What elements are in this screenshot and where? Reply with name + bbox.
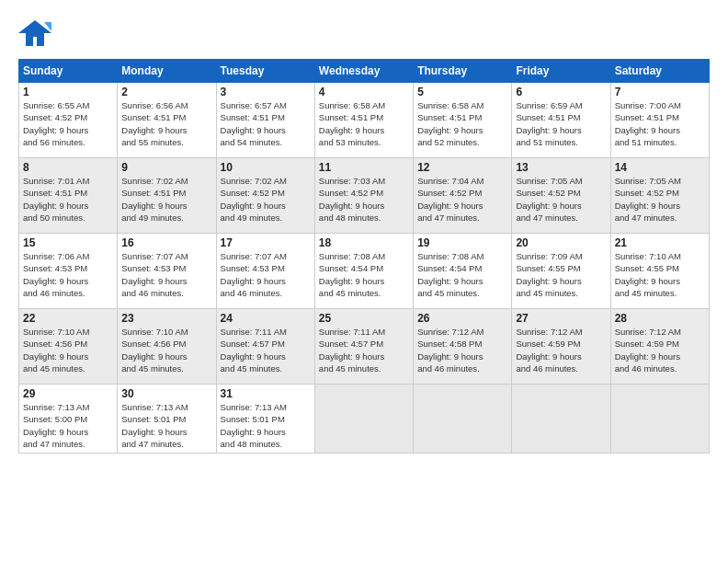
- day-cell: 24Sunrise: 7:11 AMSunset: 4:57 PMDayligh…: [216, 309, 314, 385]
- day-info: Sunrise: 7:05 AMSunset: 4:52 PMDaylight:…: [615, 175, 705, 224]
- day-cell: [414, 385, 512, 454]
- day-cell: 3Sunrise: 6:57 AMSunset: 4:51 PMDaylight…: [216, 83, 314, 158]
- day-number: 7: [615, 86, 705, 98]
- calendar: SundayMondayTuesdayWednesdayThursdayFrid…: [18, 59, 710, 454]
- day-cell: 6Sunrise: 6:59 AMSunset: 4:51 PMDaylight…: [512, 83, 610, 158]
- day-cell: 14Sunrise: 7:05 AMSunset: 4:52 PMDayligh…: [610, 158, 709, 234]
- day-cell: 7Sunrise: 7:00 AMSunset: 4:51 PMDaylight…: [610, 83, 709, 158]
- day-info: Sunrise: 7:01 AMSunset: 4:51 PMDaylight:…: [23, 175, 113, 224]
- day-cell: 15Sunrise: 7:06 AMSunset: 4:53 PMDayligh…: [19, 234, 118, 309]
- day-info: Sunrise: 6:57 AMSunset: 4:51 PMDaylight:…: [221, 99, 311, 148]
- weekday-header-thursday: Thursday: [414, 60, 512, 83]
- day-cell: 23Sunrise: 7:10 AMSunset: 4:56 PMDayligh…: [118, 309, 216, 385]
- day-info: Sunrise: 7:10 AMSunset: 4:55 PMDaylight:…: [615, 250, 705, 299]
- day-cell: 21Sunrise: 7:10 AMSunset: 4:55 PMDayligh…: [610, 234, 709, 309]
- day-info: Sunrise: 7:11 AMSunset: 4:57 PMDaylight:…: [221, 326, 311, 374]
- day-cell: 9Sunrise: 7:02 AMSunset: 4:51 PMDaylight…: [118, 158, 216, 234]
- day-number: 28: [615, 312, 705, 325]
- day-cell: 17Sunrise: 7:07 AMSunset: 4:53 PMDayligh…: [216, 234, 314, 309]
- day-info: Sunrise: 7:02 AMSunset: 4:52 PMDaylight:…: [221, 175, 311, 224]
- day-number: 31: [221, 387, 311, 400]
- day-cell: 12Sunrise: 7:04 AMSunset: 4:52 PMDayligh…: [414, 158, 512, 234]
- day-cell: 29Sunrise: 7:13 AMSunset: 5:00 PMDayligh…: [19, 385, 118, 454]
- day-info: Sunrise: 6:58 AMSunset: 4:51 PMDaylight:…: [417, 99, 507, 148]
- day-info: Sunrise: 7:07 AMSunset: 4:53 PMDaylight:…: [221, 250, 311, 299]
- day-number: 4: [319, 86, 409, 98]
- logo-icon: [18, 17, 51, 50]
- day-info: Sunrise: 7:04 AMSunset: 4:52 PMDaylight:…: [417, 175, 507, 224]
- week-row-2: 8Sunrise: 7:01 AMSunset: 4:51 PMDaylight…: [19, 158, 710, 234]
- day-number: 3: [221, 86, 311, 98]
- day-info: Sunrise: 6:59 AMSunset: 4:51 PMDaylight:…: [516, 99, 606, 148]
- day-info: Sunrise: 6:56 AMSunset: 4:51 PMDaylight:…: [121, 99, 211, 148]
- day-number: 24: [221, 312, 311, 325]
- day-info: Sunrise: 7:12 AMSunset: 4:59 PMDaylight:…: [516, 326, 606, 374]
- day-number: 5: [417, 86, 507, 98]
- day-number: 8: [23, 161, 113, 174]
- day-cell: 13Sunrise: 7:05 AMSunset: 4:52 PMDayligh…: [512, 158, 610, 234]
- day-cell: 31Sunrise: 7:13 AMSunset: 5:01 PMDayligh…: [216, 385, 314, 454]
- day-info: Sunrise: 7:00 AMSunset: 4:51 PMDaylight:…: [615, 99, 705, 148]
- day-info: Sunrise: 7:07 AMSunset: 4:53 PMDaylight:…: [121, 250, 211, 299]
- page-container: SundayMondayTuesdayWednesdayThursdayFrid…: [0, 0, 728, 463]
- day-info: Sunrise: 7:13 AMSunset: 5:01 PMDaylight:…: [121, 401, 211, 450]
- day-number: 20: [516, 236, 606, 249]
- weekday-header-sunday: Sunday: [19, 60, 118, 83]
- day-info: Sunrise: 7:09 AMSunset: 4:55 PMDaylight:…: [516, 250, 606, 299]
- day-cell: 10Sunrise: 7:02 AMSunset: 4:52 PMDayligh…: [216, 158, 314, 234]
- day-cell: 5Sunrise: 6:58 AMSunset: 4:51 PMDaylight…: [414, 83, 512, 158]
- day-cell: 28Sunrise: 7:12 AMSunset: 4:59 PMDayligh…: [610, 309, 709, 385]
- day-info: Sunrise: 6:58 AMSunset: 4:51 PMDaylight:…: [319, 99, 409, 148]
- day-number: 29: [23, 387, 113, 400]
- header: [18, 17, 710, 50]
- day-cell: 8Sunrise: 7:01 AMSunset: 4:51 PMDaylight…: [19, 158, 118, 234]
- day-info: Sunrise: 7:05 AMSunset: 4:52 PMDaylight:…: [516, 175, 606, 224]
- day-info: Sunrise: 7:06 AMSunset: 4:53 PMDaylight:…: [23, 250, 113, 299]
- weekday-header-wednesday: Wednesday: [314, 60, 413, 83]
- week-row-4: 22Sunrise: 7:10 AMSunset: 4:56 PMDayligh…: [19, 309, 710, 385]
- day-number: 19: [417, 236, 507, 249]
- day-number: 6: [516, 86, 606, 98]
- day-number: 10: [221, 161, 311, 174]
- day-info: Sunrise: 7:02 AMSunset: 4:51 PMDaylight:…: [121, 175, 211, 224]
- weekday-header-row: SundayMondayTuesdayWednesdayThursdayFrid…: [19, 60, 710, 83]
- day-number: 22: [23, 312, 113, 325]
- day-cell: 26Sunrise: 7:12 AMSunset: 4:58 PMDayligh…: [414, 309, 512, 385]
- day-number: 27: [516, 312, 606, 325]
- weekday-header-friday: Friday: [512, 60, 610, 83]
- week-row-3: 15Sunrise: 7:06 AMSunset: 4:53 PMDayligh…: [19, 234, 710, 309]
- day-cell: [512, 385, 610, 454]
- day-number: 21: [615, 236, 705, 249]
- day-info: Sunrise: 7:10 AMSunset: 4:56 PMDaylight:…: [121, 326, 211, 374]
- day-number: 26: [417, 312, 507, 325]
- day-number: 11: [319, 161, 409, 174]
- day-cell: [314, 385, 413, 454]
- weekday-header-saturday: Saturday: [610, 60, 709, 83]
- day-info: Sunrise: 7:10 AMSunset: 4:56 PMDaylight:…: [23, 326, 113, 374]
- day-cell: 30Sunrise: 7:13 AMSunset: 5:01 PMDayligh…: [118, 385, 216, 454]
- day-cell: 27Sunrise: 7:12 AMSunset: 4:59 PMDayligh…: [512, 309, 610, 385]
- day-cell: 20Sunrise: 7:09 AMSunset: 4:55 PMDayligh…: [512, 234, 610, 309]
- day-cell: 2Sunrise: 6:56 AMSunset: 4:51 PMDaylight…: [118, 83, 216, 158]
- day-number: 30: [121, 387, 211, 400]
- day-info: Sunrise: 7:08 AMSunset: 4:54 PMDaylight:…: [319, 250, 409, 299]
- day-cell: 11Sunrise: 7:03 AMSunset: 4:52 PMDayligh…: [314, 158, 413, 234]
- day-cell: 18Sunrise: 7:08 AMSunset: 4:54 PMDayligh…: [314, 234, 413, 309]
- weekday-header-monday: Monday: [118, 60, 216, 83]
- week-row-5: 29Sunrise: 7:13 AMSunset: 5:00 PMDayligh…: [19, 385, 710, 454]
- day-cell: [610, 385, 709, 454]
- day-info: Sunrise: 7:13 AMSunset: 5:00 PMDaylight:…: [23, 401, 113, 450]
- logo: [18, 17, 55, 50]
- day-info: Sunrise: 7:13 AMSunset: 5:01 PMDaylight:…: [221, 401, 311, 450]
- day-info: Sunrise: 7:12 AMSunset: 4:59 PMDaylight:…: [615, 326, 705, 374]
- day-number: 25: [319, 312, 409, 325]
- day-cell: 16Sunrise: 7:07 AMSunset: 4:53 PMDayligh…: [118, 234, 216, 309]
- day-cell: 22Sunrise: 7:10 AMSunset: 4:56 PMDayligh…: [19, 309, 118, 385]
- day-info: Sunrise: 7:03 AMSunset: 4:52 PMDaylight:…: [319, 175, 409, 224]
- day-info: Sunrise: 7:08 AMSunset: 4:54 PMDaylight:…: [417, 250, 507, 299]
- day-number: 16: [121, 236, 211, 249]
- day-number: 9: [121, 161, 211, 174]
- day-cell: 25Sunrise: 7:11 AMSunset: 4:57 PMDayligh…: [314, 309, 413, 385]
- day-cell: 1Sunrise: 6:55 AMSunset: 4:52 PMDaylight…: [19, 83, 118, 158]
- day-number: 2: [121, 86, 211, 98]
